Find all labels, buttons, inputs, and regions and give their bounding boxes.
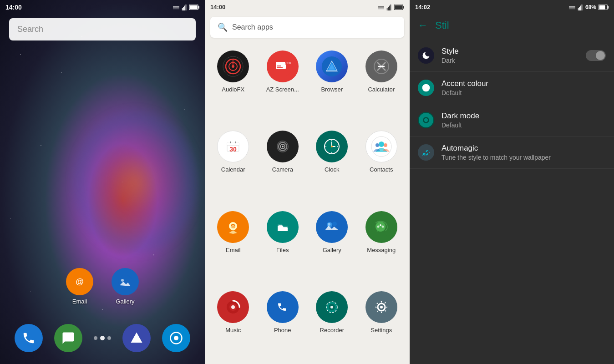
svg-point-68 — [337, 146, 338, 147]
svg-point-78 — [322, 217, 342, 237]
settings-item-accent[interactable]: Accent colour Default — [410, 72, 614, 104]
app-recorder[interactable]: Recorder — [307, 284, 357, 364]
automagic-icon — [418, 144, 434, 161]
svg-point-70 — [379, 142, 384, 147]
darkmode-icon — [418, 112, 434, 128]
azscreen-symbol: REC — [272, 56, 293, 77]
status-time: 14:00 — [5, 4, 22, 11]
browser-icon-cell — [316, 51, 348, 82]
darkmode-symbol — [421, 116, 431, 125]
browser-label: Browser — [321, 86, 343, 93]
messaging-symbol — [371, 217, 392, 238]
contacts-icon — [365, 131, 397, 162]
svg-point-57 — [282, 146, 284, 147]
automagic-content: Automagic Tune the style to match your w… — [441, 144, 606, 161]
dock-browser[interactable] — [122, 324, 151, 352]
calculator-label: Calculator — [368, 86, 395, 93]
drawer-search-bar[interactable]: 🔍 Search apps — [210, 17, 404, 38]
app-azscreen[interactable]: REC AZ Screen... — [258, 43, 308, 123]
app-browser[interactable]: Browser — [307, 43, 357, 123]
search-bar[interactable]: Search — [9, 18, 196, 40]
svg-point-66 — [331, 152, 332, 153]
gallery-label: Gallery — [116, 298, 134, 305]
azscreen-label: AZ Screen... — [266, 86, 299, 93]
svg-text:@: @ — [76, 277, 84, 286]
svg-point-110 — [422, 84, 430, 92]
svg-rect-23 — [391, 4, 391, 10]
svg-rect-0 — [173, 8, 179, 8]
files-icon — [267, 211, 299, 243]
app-calendar[interactable]: 30 Calendar — [208, 123, 258, 203]
app-audiofx[interactable]: AudioFX — [208, 43, 258, 123]
home-screen: 14:00 Search @ Email — [0, 0, 205, 364]
dock-phone[interactable] — [15, 324, 43, 352]
drawer-time: 14:00 — [210, 4, 225, 10]
phone-icon — [22, 331, 36, 345]
files-symbol — [272, 217, 293, 238]
gallery-app-label: Gallery — [323, 247, 341, 254]
svg-rect-20 — [387, 8, 388, 10]
calendar-label: Calendar — [221, 166, 245, 173]
settings-item-automagic[interactable]: Automagic Tune the style to match your w… — [410, 136, 614, 169]
svg-point-12 — [118, 275, 132, 288]
svg-rect-1 — [173, 9, 179, 9]
recorder-symbol — [321, 297, 342, 318]
svg-rect-108 — [608, 6, 609, 9]
back-button[interactable]: ← — [418, 20, 428, 31]
automagic-title: Automagic — [441, 144, 606, 153]
app-drawer: 14:00 🔍 Search apps AudioFX — [205, 0, 410, 364]
darkmode-content: Dark mode Default — [441, 111, 606, 129]
svg-rect-18 — [378, 8, 384, 9]
app-phone[interactable]: Phone — [258, 284, 308, 364]
svg-point-86 — [377, 225, 379, 228]
app-gallery[interactable]: Gallery — [307, 204, 357, 284]
app-messaging[interactable]: Messaging — [357, 204, 406, 284]
app-clock[interactable]: Clock — [307, 123, 357, 203]
settings-item-darkmode[interactable]: Dark mode Default — [410, 104, 614, 136]
dock — [0, 318, 205, 364]
gallery-circle-symbol — [321, 217, 342, 238]
home-app-email[interactable]: @ Email — [66, 268, 93, 305]
app-music[interactable]: Music — [208, 284, 258, 364]
svg-point-71 — [376, 143, 379, 147]
dock-messenger[interactable] — [54, 324, 82, 352]
svg-rect-6 — [186, 5, 187, 10]
app-camera[interactable]: Camera — [258, 123, 308, 203]
svg-point-13 — [121, 279, 124, 282]
svg-text:REC: REC — [284, 61, 291, 65]
audiofx-icon — [217, 51, 249, 82]
app-email[interactable]: @ Email — [208, 204, 258, 284]
svg-rect-103 — [578, 8, 579, 10]
nebula-bg — [72, 109, 199, 255]
settings-status-bar: 14:02 68% — [410, 0, 614, 14]
app-contacts[interactable]: Contacts — [357, 123, 406, 203]
app-settings[interactable]: Settings — [357, 284, 406, 364]
svg-point-81 — [328, 223, 330, 226]
svg-point-58 — [284, 143, 286, 145]
gallery-symbol — [118, 274, 132, 289]
email-circle-icon: @ — [217, 211, 249, 243]
search-placeholder: Search — [17, 25, 43, 34]
home-app-gallery[interactable]: Gallery — [112, 268, 139, 305]
dock-app[interactable] — [162, 324, 190, 352]
contacts-label: Contacts — [370, 166, 393, 173]
email-label: Email — [72, 298, 87, 305]
settings-items-list: Style Dark Accent colour Default — [410, 40, 614, 364]
svg-rect-19 — [378, 6, 384, 7]
svg-rect-17 — [378, 7, 384, 8]
gallery-icon — [112, 268, 139, 295]
drawer-cast-icon — [378, 5, 384, 10]
app-calculator[interactable]: Calculator — [357, 43, 406, 123]
settings-battery-icon — [599, 5, 609, 10]
svg-point-99 — [380, 306, 383, 308]
style-content: Style Dark — [441, 47, 578, 64]
style-toggle[interactable] — [586, 50, 606, 61]
page-indicator — [94, 336, 111, 340]
svg-rect-109 — [599, 5, 605, 9]
drawer-search-placeholder: Search apps — [232, 23, 273, 31]
audiofx-symbol — [223, 56, 244, 77]
app-files[interactable]: Files — [258, 204, 308, 284]
recorder-label: Recorder — [320, 327, 344, 334]
settings-item-style[interactable]: Style Dark — [410, 40, 614, 72]
drawer-status-bar: 14:00 — [205, 0, 410, 14]
